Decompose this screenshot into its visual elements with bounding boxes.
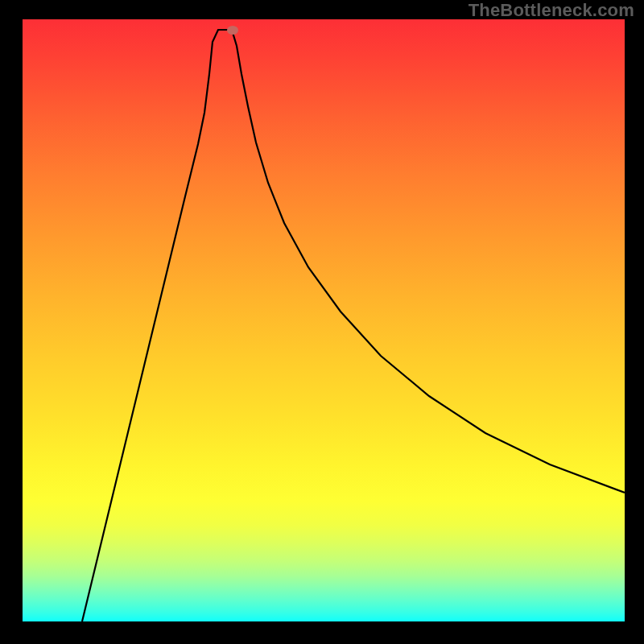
- watermark-text: TheBottleneck.com: [469, 0, 634, 21]
- chart-curve: [23, 19, 625, 621]
- chart-plot-area: [23, 19, 625, 621]
- curve-right-branch: [232, 30, 625, 493]
- vertex-dot: [227, 26, 238, 35]
- chart-container: TheBottleneck.com: [0, 0, 644, 644]
- curve-left-branch: [82, 30, 232, 621]
